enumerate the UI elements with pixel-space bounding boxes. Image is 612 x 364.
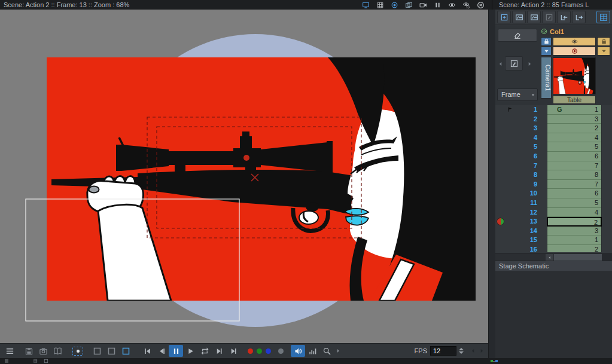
stage-schematic-view[interactable] (495, 271, 612, 358)
add-drawing-button[interactable] (505, 56, 523, 71)
export-icon[interactable] (572, 11, 586, 23)
active-view-icon[interactable] (118, 345, 133, 357)
ui-square-icon[interactable] (90, 345, 104, 357)
frame-number[interactable]: 3 (495, 124, 537, 131)
scroll-thumb[interactable] (554, 254, 602, 261)
lock-icon[interactable] (541, 37, 552, 46)
frame-number[interactable]: 4 (495, 134, 537, 141)
next-frame-icon[interactable] (212, 345, 226, 357)
zoom-icon[interactable] (319, 345, 334, 357)
picture-icon[interactable] (527, 11, 541, 23)
eraser-tool-button[interactable] (498, 29, 537, 42)
next-column-icon[interactable] (526, 59, 534, 69)
square-small-icon[interactable] (43, 359, 49, 363)
lock-small-icon[interactable] (597, 37, 610, 46)
frame-number[interactable]: 5 (495, 143, 537, 150)
menu-icon[interactable] (2, 345, 17, 357)
grid-icon[interactable] (375, 1, 385, 9)
exposure-cell[interactable]: 1 (547, 235, 602, 245)
viewport-scrollbar[interactable] (488, 10, 495, 358)
xsheet-row[interactable]: 23 (495, 115, 612, 124)
xsheet-row[interactable]: 44 (495, 133, 612, 143)
levels-icon[interactable] (305, 345, 319, 357)
frame-number[interactable]: 12 (495, 209, 537, 216)
column-menu-icon[interactable] (597, 47, 610, 56)
xsheet-row[interactable]: 32 (495, 124, 612, 133)
frame-number[interactable]: 1 (495, 106, 537, 113)
camera-viewport[interactable] (0, 10, 488, 343)
exposure-cell[interactable]: G1 (547, 105, 602, 115)
red-channel-icon[interactable] (248, 348, 253, 354)
exposure-cell[interactable]: 2 (547, 245, 602, 252)
xsheet-row[interactable]: 55 (495, 142, 612, 152)
exposure-cell[interactable]: 3 (547, 227, 602, 236)
blue-channel-icon[interactable] (266, 348, 271, 354)
scroll-track[interactable] (554, 254, 612, 261)
pause-icon[interactable] (433, 1, 442, 9)
xsheet-row[interactable]: 97 (495, 180, 612, 189)
exposure-cell[interactable]: 7 (547, 180, 602, 189)
pause-icon[interactable] (169, 345, 183, 357)
xsheet-row[interactable]: 162 (495, 245, 612, 252)
frame-number[interactable]: 7 (495, 162, 537, 169)
xsheet-row[interactable]: 88 (495, 170, 612, 180)
exposure-cell[interactable]: 2 (547, 124, 602, 133)
frame-back-icon[interactable] (469, 345, 477, 357)
close-icon[interactable] (476, 1, 485, 9)
save-icon[interactable] (22, 345, 36, 357)
menu-icon[interactable] (4, 359, 10, 363)
render-settings-icon[interactable] (461, 1, 471, 9)
frame-number[interactable]: 13 (495, 218, 537, 225)
exposure-cell[interactable]: 4 (547, 133, 602, 143)
eye-icon[interactable] (447, 1, 456, 9)
frame-number[interactable]: 14 (495, 227, 537, 234)
sound-icon[interactable] (291, 345, 305, 357)
frame-mode-dropdown[interactable]: Frame (497, 88, 538, 101)
exposure-cell[interactable]: 4 (547, 208, 602, 218)
network-icon[interactable] (491, 359, 499, 363)
expand-more-icon[interactable] (334, 345, 342, 357)
frame-forward-icon[interactable] (477, 345, 486, 357)
exposure-cell[interactable]: 3 (547, 115, 602, 124)
xsheet-hscrollbar[interactable] (495, 253, 612, 261)
xsheet-book-icon[interactable] (50, 345, 65, 357)
frame-number[interactable]: 10 (495, 189, 537, 197)
prev-column-icon[interactable] (498, 59, 505, 69)
fps-spinner[interactable] (458, 346, 464, 356)
xsheet-row[interactable]: 77 (495, 161, 612, 171)
xsheet-row[interactable]: 151 (495, 235, 612, 245)
exposure-cell[interactable]: 6 (547, 189, 602, 198)
ui-square2-icon[interactable] (104, 345, 118, 357)
green-channel-icon[interactable] (257, 348, 262, 354)
exposure-cell[interactable]: 6 (547, 152, 602, 161)
image-icon[interactable] (512, 11, 526, 23)
play-icon[interactable] (183, 345, 197, 357)
xsheet-row[interactable]: 115 (495, 198, 612, 208)
column-header[interactable]: Col1 (541, 27, 610, 36)
fps-input[interactable] (430, 346, 456, 356)
frame-number[interactable]: 15 (495, 236, 537, 243)
camera-icon[interactable] (418, 1, 428, 9)
import-icon[interactable] (557, 11, 571, 23)
visibility-eye-icon[interactable] (553, 37, 596, 46)
render-camera-icon[interactable] (553, 47, 596, 56)
previous-frame-icon[interactable] (154, 345, 169, 357)
xsheet-row[interactable]: 124 (495, 208, 612, 218)
grid-small-icon[interactable] (32, 359, 38, 363)
frame-number[interactable]: 6 (495, 152, 537, 160)
render-view-icon[interactable] (71, 345, 85, 357)
exposure-cell[interactable]: 5 (547, 198, 602, 208)
camera-view-icon[interactable] (389, 1, 399, 9)
camera-tab[interactable]: Camera1 (541, 57, 552, 99)
frame-number[interactable]: 16 (495, 246, 537, 252)
xsheet-row[interactable]: 132 (495, 217, 612, 227)
exposure-cell[interactable]: 5 (547, 142, 602, 152)
stage-schematic-title[interactable]: Stage Schematic (495, 261, 612, 271)
exposure-cell[interactable]: 7 (547, 161, 602, 171)
loop-icon[interactable] (197, 345, 212, 357)
pencil-icon[interactable] (542, 11, 556, 23)
xsheet-row[interactable]: 1G1 (495, 105, 612, 115)
add-frames-icon[interactable] (497, 11, 511, 23)
layers-icon[interactable] (404, 1, 413, 9)
first-frame-icon[interactable] (140, 345, 154, 357)
